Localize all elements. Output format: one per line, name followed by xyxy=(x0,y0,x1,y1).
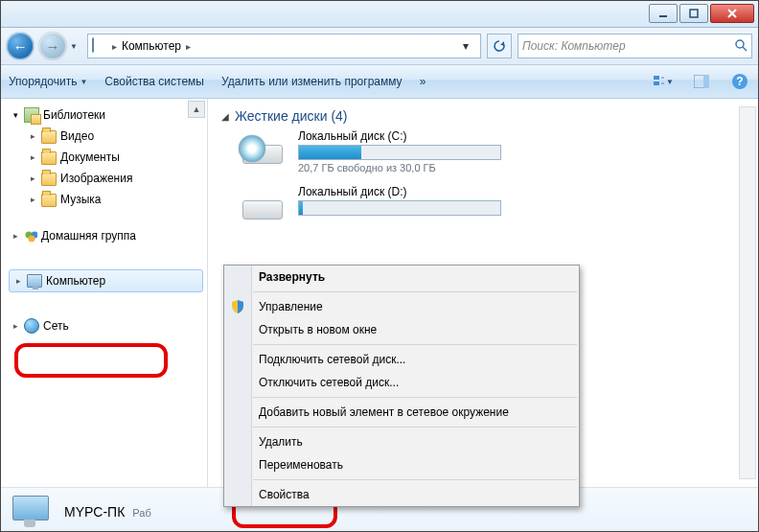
expand-icon[interactable]: ▸ xyxy=(11,231,20,241)
navbar: ← → ▼ ▸ Компьютер ▸ ▾ Поиск: Компьютер xyxy=(1,28,758,65)
minimize-button[interactable] xyxy=(649,4,678,23)
pictures-icon xyxy=(41,171,57,186)
computer-large-icon xyxy=(9,494,53,530)
ctx-open-new-window[interactable]: Открыть в новом окне xyxy=(224,318,579,341)
expand-icon[interactable]: ▸ xyxy=(28,195,37,204)
drive-icon xyxy=(239,129,285,168)
sidebar-item-network[interactable]: ▸ Сеть xyxy=(7,315,207,336)
computer-icon xyxy=(27,273,42,289)
organize-button[interactable]: Упорядочить▼ xyxy=(9,75,87,88)
ctx-delete[interactable]: Удалить xyxy=(224,430,579,453)
svg-line-5 xyxy=(743,47,747,51)
drive-c[interactable]: Локальный диск (C:) 20,7 ГБ свободно из … xyxy=(239,129,745,173)
ctx-properties[interactable]: Свойства xyxy=(224,483,579,506)
drive-usage-bar xyxy=(298,200,501,216)
ctx-unmap-drive[interactable]: Отключить сетевой диск... xyxy=(224,371,579,394)
svg-point-16 xyxy=(29,236,35,243)
sidebar-item-music[interactable]: ▸ Музыка xyxy=(7,189,207,210)
expand-icon[interactable]: ▾ xyxy=(11,110,20,120)
ctx-expand[interactable]: Развернуть xyxy=(224,266,579,289)
svg-point-4 xyxy=(736,40,744,48)
breadcrumb-root[interactable]: Компьютер xyxy=(122,39,181,53)
drive-icon xyxy=(239,185,285,223)
ctx-rename[interactable]: Переименовать xyxy=(224,453,579,476)
view-options-button[interactable]: ▼ xyxy=(653,71,674,92)
explorer-window: ← → ▼ ▸ Компьютер ▸ ▾ Поиск: Компьютер У… xyxy=(0,0,759,532)
music-icon xyxy=(41,192,57,207)
network-icon xyxy=(24,318,39,334)
sidebar-item-libraries[interactable]: ▾ Библиотеки xyxy=(7,104,207,126)
close-button[interactable] xyxy=(710,4,754,23)
maximize-button[interactable] xyxy=(679,4,708,23)
svg-rect-1 xyxy=(690,10,698,17)
tree-scroll-up[interactable]: ▲ xyxy=(188,101,205,118)
libraries-icon xyxy=(24,107,39,123)
chevron-right-icon[interactable]: ▸ xyxy=(183,41,194,52)
sidebar-item-video[interactable]: ▸ Видео xyxy=(7,126,207,147)
details-sub: Раб xyxy=(132,507,150,519)
drive-d[interactable]: Локальный диск (D:) xyxy=(239,185,745,223)
forward-button[interactable]: → xyxy=(39,33,66,59)
svg-rect-11 xyxy=(703,75,709,88)
nav-tree: ▾ Библиотеки ▸ Видео ▸ Документы ▸ xyxy=(1,104,207,336)
documents-icon xyxy=(41,150,57,165)
back-button[interactable]: ← xyxy=(7,33,34,59)
shield-icon xyxy=(229,298,246,315)
sidebar: ▲ ▾ Библиотеки ▸ Видео ▸ Документы xyxy=(1,99,208,487)
history-dropdown[interactable]: ▼ xyxy=(70,42,78,51)
drive-label: Локальный диск (D:) xyxy=(298,185,501,198)
search-icon xyxy=(734,38,748,55)
video-icon xyxy=(41,128,57,144)
system-properties-button[interactable]: Свойства системы xyxy=(104,75,204,88)
ctx-add-network-location[interactable]: Добавить новый элемент в сетевое окружен… xyxy=(224,401,579,424)
context-menu: Развернуть Управление Открыть в новом ок… xyxy=(223,265,580,507)
section-header-hdd[interactable]: ◢ Жесткие диски (4) xyxy=(221,108,745,124)
search-input[interactable]: Поиск: Компьютер xyxy=(518,34,752,58)
svg-rect-7 xyxy=(654,81,659,85)
refresh-button[interactable] xyxy=(487,34,512,58)
homegroup-icon xyxy=(24,229,37,243)
search-placeholder: Поиск: Компьютер xyxy=(522,39,626,53)
collapse-icon[interactable]: ◢ xyxy=(221,111,229,122)
sidebar-item-homegroup[interactable]: ▸ Домашняя группа xyxy=(7,225,207,246)
preview-pane-button[interactable] xyxy=(691,71,712,92)
toolbar-overflow[interactable]: » xyxy=(420,75,426,88)
sidebar-item-pictures[interactable]: ▸ Изображения xyxy=(7,168,207,189)
sidebar-item-documents[interactable]: ▸ Документы xyxy=(7,147,207,168)
titlebar xyxy=(1,1,758,28)
ctx-manage[interactable]: Управление xyxy=(224,295,579,318)
ctx-map-drive[interactable]: Подключить сетевой диск... xyxy=(224,348,579,371)
expand-icon[interactable]: ▸ xyxy=(13,276,23,286)
drive-freespace: 20,7 ГБ свободно из 30,0 ГБ xyxy=(298,162,501,173)
breadcrumb-dropdown-icon[interactable]: ▾ xyxy=(455,39,476,53)
content-scrollbar[interactable] xyxy=(739,106,756,479)
chevron-right-icon[interactable]: ▸ xyxy=(109,41,120,52)
uninstall-button[interactable]: Удалить или изменить программу xyxy=(221,75,402,88)
drive-usage-bar xyxy=(298,145,501,160)
breadcrumb[interactable]: ▸ Компьютер ▸ ▾ xyxy=(87,34,481,58)
expand-icon[interactable]: ▸ xyxy=(28,152,37,162)
details-name: MYPC-ПК xyxy=(64,504,125,520)
expand-icon[interactable]: ▸ xyxy=(11,321,20,331)
toolbar: Упорядочить▼ Свойства системы Удалить ил… xyxy=(1,65,758,99)
help-button[interactable]: ? xyxy=(729,71,750,92)
svg-text:?: ? xyxy=(736,75,743,88)
expand-icon[interactable]: ▸ xyxy=(28,173,37,183)
sidebar-item-computer[interactable]: ▸ Компьютер xyxy=(9,269,203,292)
drive-label: Локальный диск (C:) xyxy=(298,129,501,143)
computer-icon xyxy=(92,38,107,54)
expand-icon[interactable]: ▸ xyxy=(28,131,37,141)
svg-rect-6 xyxy=(654,76,659,80)
